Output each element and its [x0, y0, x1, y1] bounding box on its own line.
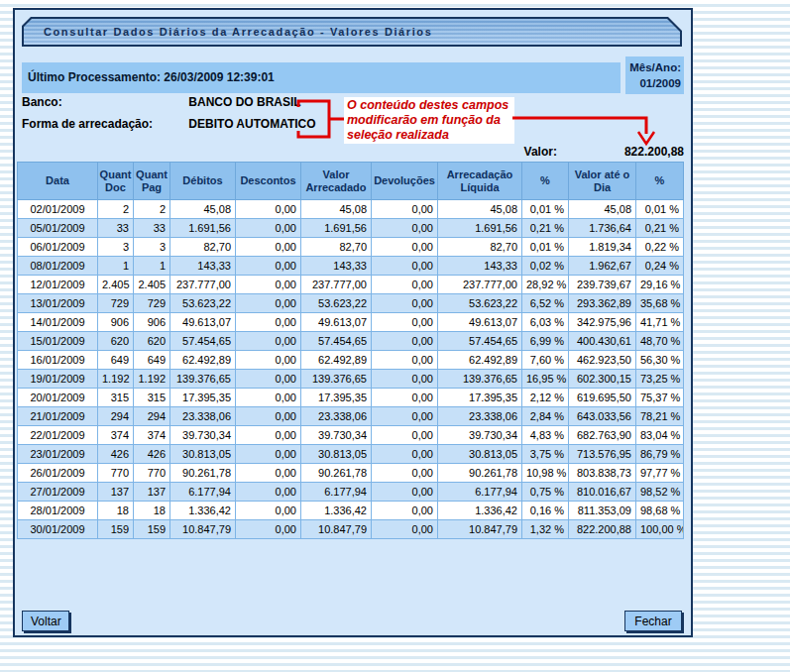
cell: 0,00	[236, 332, 301, 351]
cell: 462.923,50	[569, 351, 636, 370]
cell: 82,70	[170, 238, 236, 257]
valor-value: 822.200,88	[624, 145, 684, 159]
cell: 23.338,06	[301, 407, 372, 426]
cell: 0,00	[236, 520, 301, 539]
collection-form-field: Forma de arrecadação: DEBITO AUTOMATICO	[22, 117, 316, 131]
cell: 139.376,65	[438, 370, 522, 389]
cell: 1.691,56	[170, 219, 236, 238]
cell: 1.819,34	[569, 238, 636, 257]
cell: 0,00	[236, 407, 301, 426]
column-header: Quant Pag	[134, 163, 170, 200]
cell: 0,00	[372, 502, 438, 520]
cell: 75,37 %	[636, 389, 684, 407]
collection-form-label: Forma de arrecadação:	[22, 117, 185, 131]
cell: 620	[98, 332, 134, 351]
back-button[interactable]: Voltar	[22, 611, 69, 631]
cell: 28,92 %	[522, 276, 569, 294]
cell: 30.813,05	[438, 445, 522, 464]
cell: 315	[98, 389, 134, 407]
table-row: 06/01/20093382,700,0082,700,0082,700,01 …	[18, 238, 684, 257]
cell: 3,75 %	[522, 445, 569, 464]
cell: 0,00	[236, 200, 301, 219]
cell: 0,00	[372, 276, 438, 294]
cell: 0,00	[236, 370, 301, 389]
cell: 57.454,65	[301, 332, 372, 351]
cell: 05/01/2009	[18, 219, 98, 238]
cell: 1.962,67	[569, 257, 636, 276]
cell: 0,00	[236, 276, 301, 294]
table-body: 02/01/20092245,080,0045,080,0045,080,01 …	[18, 200, 684, 539]
cell: 0,00	[236, 389, 301, 407]
cell: 315	[134, 389, 170, 407]
cell: 14/01/2009	[18, 313, 98, 332]
annotation-arrow-icon	[512, 106, 667, 150]
cell: 137	[134, 483, 170, 502]
cell: 137	[98, 483, 134, 502]
cell: 56,30 %	[636, 351, 684, 370]
cell: 139.376,65	[301, 370, 372, 389]
cell: 293.362,89	[569, 294, 636, 313]
cell: 1.691,56	[301, 219, 372, 238]
cell: 2.405	[98, 276, 134, 294]
bank-label: Banco:	[22, 95, 185, 109]
cell: 29,16 %	[636, 276, 684, 294]
cell: 98,52 %	[636, 483, 684, 502]
cell: 33	[98, 219, 134, 238]
close-button[interactable]: Fechar	[624, 611, 682, 631]
cell: 10,98 %	[522, 464, 569, 483]
cell: 906	[98, 313, 134, 332]
cell: 0,00	[236, 219, 301, 238]
cell: 90.261,78	[438, 464, 522, 483]
cell: 0,00	[372, 257, 438, 276]
cell: 0,00	[372, 520, 438, 539]
cell: 159	[134, 520, 170, 539]
cell: 237.777,00	[301, 276, 372, 294]
daily-values-table: DataQuant DocQuant PagDébitosDescontosVa…	[17, 162, 684, 539]
cell: 33	[134, 219, 170, 238]
cell: 1	[98, 257, 134, 276]
cell: 713.576,95	[569, 445, 636, 464]
cell: 73,25 %	[636, 370, 684, 389]
cell: 39.730,34	[438, 426, 522, 445]
cell: 62.492,89	[301, 351, 372, 370]
month-year-label: Mês/Ano:	[625, 59, 681, 75]
cell: 83,04 %	[636, 426, 684, 445]
cell: 20/01/2009	[18, 389, 98, 407]
cell: 30.813,05	[301, 445, 372, 464]
cell: 2,84 %	[522, 407, 569, 426]
annotation-note: O conteúdo destes campos modificarão em …	[344, 97, 514, 144]
cell: 810.016,67	[569, 483, 636, 502]
cell: 0,01 %	[522, 200, 569, 219]
cell: 1.736,64	[569, 219, 636, 238]
cell: 294	[98, 407, 134, 426]
cell: 16,95 %	[522, 370, 569, 389]
cell: 27/01/2009	[18, 483, 98, 502]
month-year-box: Mês/Ano: 01/2009	[625, 56, 684, 94]
cell: 811.353,09	[569, 502, 636, 520]
cell: 90.261,78	[301, 464, 372, 483]
cell: 49.613,07	[170, 313, 236, 332]
cell: 237.777,00	[438, 276, 522, 294]
table-row: 20/01/200931531517.395,350,0017.395,350,…	[18, 389, 684, 407]
cell: 143,33	[170, 257, 236, 276]
cell: 45,08	[569, 200, 636, 219]
cell: 0,00	[372, 200, 438, 219]
column-header: Valor até o Dia	[569, 163, 636, 200]
cell: 28/01/2009	[18, 502, 98, 520]
cell: 41,71 %	[636, 313, 684, 332]
cell: 08/01/2009	[18, 257, 98, 276]
cell: 0,00	[372, 332, 438, 351]
cell: 10.847,79	[438, 520, 522, 539]
table-row: 30/01/200915915910.847,790,0010.847,790,…	[18, 520, 684, 539]
table-row: 16/01/200964964962.492,890,0062.492,890,…	[18, 351, 684, 370]
cell: 45,08	[301, 200, 372, 219]
table-row: 05/01/200933331.691,560,001.691,560,001.…	[18, 219, 684, 238]
month-year-value: 01/2009	[625, 75, 681, 91]
cell: 374	[98, 426, 134, 445]
cell: 53.623,22	[301, 294, 372, 313]
cell: 682.763,90	[569, 426, 636, 445]
cell: 17.395,35	[301, 389, 372, 407]
cell: 15/01/2009	[18, 332, 98, 351]
cell: 10.847,79	[170, 520, 236, 539]
cell: 7,60 %	[522, 351, 569, 370]
